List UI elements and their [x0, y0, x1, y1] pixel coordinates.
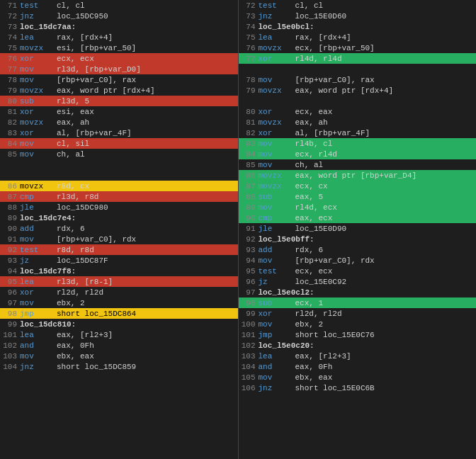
- mnemonic: jmp: [259, 331, 295, 339]
- code-instruction: subrl3d, 5: [20, 97, 237, 106]
- code-instruction: testr8d, r8d: [20, 246, 237, 254]
- mnemonic: movzx: [259, 118, 295, 127]
- code-line: 74loc_l5e0bcl:: [239, 21, 477, 32]
- line-number: 88: [1, 203, 17, 212]
- code-instruction: xoral, [rbp+var_4F]: [20, 129, 237, 137]
- operands: rl3d, [rbp+var_D0]: [57, 65, 141, 74]
- code-line: 81xoresi, eax: [0, 106, 238, 117]
- code-line: 91mov[rbp+var_C0], rdx: [0, 234, 238, 244]
- code-instruction: jzloc_15DC87F: [20, 256, 237, 265]
- mnemonic: movzx: [259, 171, 295, 180]
- line-number: 85: [240, 161, 256, 169]
- right-panel: 72testcl, cl73jnzloc_15E0D6074loc_l5e0bc…: [239, 0, 477, 459]
- mnemonic: jnz: [259, 12, 295, 21]
- code-instruction: testcl, cl: [259, 1, 475, 10]
- line-number: 84: [240, 150, 256, 159]
- code-instruction: movzxr8d, cx: [20, 182, 237, 191]
- code-instruction: movrl4b, cl: [259, 140, 475, 148]
- line-number: 79: [240, 86, 256, 95]
- code-label: loc_l5e0bff:: [259, 235, 314, 244]
- operands: [rbp+var_C0], rdx: [57, 235, 136, 244]
- code-instruction: movzxeax, ah: [259, 118, 475, 127]
- operands: [rbp+var_C0], rax: [57, 76, 136, 84]
- operands: loc_15DC87F: [57, 256, 108, 265]
- code-line: 77xorrl4d, rl4d: [239, 53, 477, 64]
- line-number: 91: [240, 225, 256, 233]
- code-line: 88jleloc_15DC980: [0, 202, 238, 212]
- code-line: 80subrl3d, 5: [0, 96, 238, 106]
- code-line: 80xorecx, eax: [239, 106, 477, 117]
- code-line: 102andeax, 0Fh: [0, 340, 238, 351]
- line-number: 87: [1, 193, 17, 201]
- code-instruction: movebx, eax: [20, 352, 237, 361]
- code-line: 99loc_15dc810:: [0, 319, 238, 329]
- mnemonic: sub: [20, 97, 57, 106]
- code-line: 76movzxecx, [rbp+var_50]: [239, 42, 477, 53]
- code-instruction: movebx, 2: [20, 299, 237, 307]
- mnemonic: movzx: [259, 182, 295, 191]
- code-line: 87movzxecx, cx: [239, 181, 477, 191]
- code-line: 102loc_l5e0c20:: [239, 340, 477, 351]
- line-number: 84: [1, 140, 17, 148]
- line-number: 87: [240, 182, 256, 191]
- line-number: 86: [1, 182, 17, 191]
- code-line: 86movzxr8d, cx: [0, 181, 238, 191]
- operands: [rbp+var_C0], rdx: [295, 256, 375, 265]
- operands: rdx, 6: [295, 246, 324, 254]
- code-instruction: xorecx, eax: [259, 108, 475, 116]
- code-line: 90addrdx, 6: [0, 223, 238, 234]
- code-line: 97loc_l5e0cl2:: [239, 287, 477, 298]
- mnemonic: jnz: [20, 363, 57, 371]
- mnemonic: add: [259, 246, 295, 254]
- line-number: 98: [1, 310, 17, 318]
- line-number: 103: [1, 352, 17, 361]
- code-instruction: jzloc_15E0C92: [259, 278, 475, 286]
- code-instruction: mov[rbp+var_C0], rax: [259, 76, 475, 84]
- code-instruction: cmpeax, ecx: [259, 214, 475, 222]
- line-number: 76: [240, 44, 256, 52]
- line-number: 101: [240, 331, 256, 339]
- mnemonic: test: [20, 1, 57, 10]
- code-instruction: movrl3d, [rbp+var_D0]: [20, 65, 237, 74]
- line-number: 75: [240, 33, 256, 42]
- line-number: 80: [1, 97, 17, 106]
- code-line: 81movzxeax, ah: [239, 117, 477, 128]
- code-line: 97movebx, 2: [0, 298, 238, 308]
- line-number: 81: [240, 118, 256, 127]
- line-number: 95: [1, 278, 17, 286]
- code-instruction: learax, [rdx+4]: [259, 33, 475, 42]
- mnemonic: jz: [259, 278, 295, 286]
- code-instruction: cmprl3d, r8d: [20, 193, 237, 201]
- code-line: 78mov[rbp+var_C0], rax: [0, 74, 238, 85]
- mnemonic: mov: [20, 76, 57, 84]
- line-number: 93: [1, 256, 17, 265]
- mnemonic: lea: [259, 33, 295, 42]
- code-line: 103movebx, eax: [0, 351, 238, 361]
- code-instruction: jnzshort loc_15E0C6B: [259, 384, 475, 392]
- line-number: 94: [1, 267, 17, 276]
- mnemonic: movzx: [20, 182, 57, 191]
- mnemonic: lea: [259, 352, 295, 361]
- operands: rax, [rdx+4]: [57, 33, 113, 42]
- mnemonic: add: [20, 225, 57, 233]
- code-instruction: subeax, 5: [259, 193, 475, 201]
- code-line: 104andeax, 0Fh: [239, 361, 477, 372]
- code-line: 94loc_15dc7f8:: [0, 266, 238, 276]
- operands: loc_15DC950: [57, 12, 108, 21]
- code-instruction: movzxesi, [rbp+var_50]: [20, 44, 237, 52]
- operands: short loc_15E0C76: [295, 331, 375, 339]
- code-line: 78mov[rbp+var_C0], rax: [239, 74, 477, 85]
- line-number: 94: [240, 256, 256, 265]
- operands: ebx, eax: [57, 352, 94, 361]
- code-line: 85movch, al: [239, 159, 477, 170]
- line-number: 80: [240, 108, 256, 116]
- mnemonic: xor: [20, 55, 57, 63]
- code-line: 77movrl3d, [rbp+var_D0]: [0, 64, 238, 74]
- code-line: 105movebx, eax: [239, 372, 477, 382]
- code-instruction: movcl, sil: [20, 140, 237, 148]
- code-line: 93jzloc_15DC87F: [0, 255, 238, 266]
- mnemonic: test: [259, 267, 295, 276]
- code-instruction: movzxeax, word ptr [rdx+4]: [259, 86, 475, 95]
- code-instruction: subecx, 1: [259, 299, 475, 307]
- code-line: 87cmprl3d, r8d: [0, 191, 238, 202]
